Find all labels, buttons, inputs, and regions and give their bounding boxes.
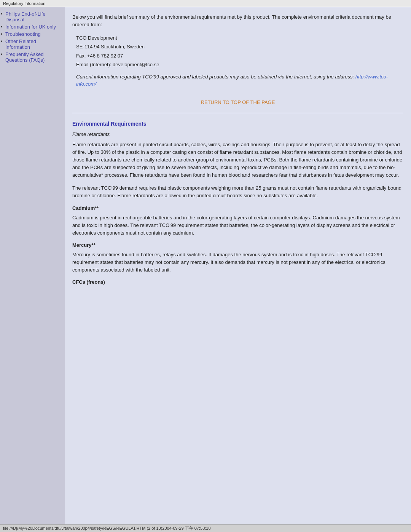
italic-note: Current information regarding TCO'99 app… [76,73,403,88]
sidebar-item-philips[interactable]: Philips End-of-Life Disposal [4,11,61,22]
sidebar-item-other-related[interactable]: Other Related Information [4,38,61,50]
mercury-heading: Mercury** [72,242,403,248]
env-section-title: Environmental Requirements [72,121,403,127]
sidebar-link-troubleshooting[interactable]: Troubleshooting [5,31,41,37]
page-wrapper: Philips End-of-Life Disposal Information… [0,7,411,525]
flame-para-2: The relevant TCO'99 demand requires that… [72,184,403,200]
status-bar: file:///D|/My%20Documents/dfu/J/taiwan/2… [0,524,411,532]
italic-note-text: Current information regarding TCO'99 app… [76,74,355,80]
main-content: Below you will find a brief summary of t… [65,7,411,525]
flame-subheading: Flame retardants [72,131,403,137]
sidebar-item-info-uk[interactable]: Information for UK only [4,24,61,30]
cadmium-heading: Cadmium** [72,205,403,211]
sidebar-link-faqs[interactable]: Frequently Asked Questions (FAQs) [5,51,45,63]
sidebar-link-other-related[interactable]: Other Related Information [5,38,36,50]
tco-email: Email (Internet): development@tco.se [76,60,403,69]
tco-fax: Fax: +46 8 782 92 07 [76,51,403,60]
sidebar-item-faqs[interactable]: Frequently Asked Questions (FAQs) [4,51,61,63]
title-bar: Regulatory Information [0,0,411,7]
flame-para-1: Flame retardants are present in printed … [72,141,403,179]
tco-address: SE-114 94 Stockholm, Sweden [76,42,403,51]
intro-paragraph: Below you will find a brief summary of t… [72,13,403,28]
mercury-para: Mercury is sometimes found in batteries,… [72,251,403,274]
env-requirements-section: Environmental Requirements Flame retarda… [72,121,403,285]
sidebar-link-philips[interactable]: Philips End-of-Life Disposal [5,11,46,22]
sidebar-nav: Philips End-of-Life Disposal Information… [4,11,61,63]
sidebar-item-troubleshooting[interactable]: Troubleshooting [4,31,61,37]
title-bar-label: Regulatory Information [3,1,45,6]
tco-org: TCO Development [76,34,403,42]
cfcs-heading: CFCs (freons) [72,279,403,285]
tco-info-block: TCO Development SE-114 94 Stockholm, Swe… [76,34,403,69]
sidebar: Philips End-of-Life Disposal Information… [0,7,65,525]
return-to-top-section: RETURN TO TOP OF THE PAGE [72,99,403,105]
cadmium-para: Cadmium is present in rechargeable batte… [72,214,403,237]
section-divider [72,113,403,113]
sidebar-link-info-uk[interactable]: Information for UK only [5,24,56,30]
return-to-top-link[interactable]: RETURN TO TOP OF THE PAGE [201,99,275,105]
status-bar-text: file:///D|/My%20Documents/dfu/J/taiwan/2… [3,526,211,530]
